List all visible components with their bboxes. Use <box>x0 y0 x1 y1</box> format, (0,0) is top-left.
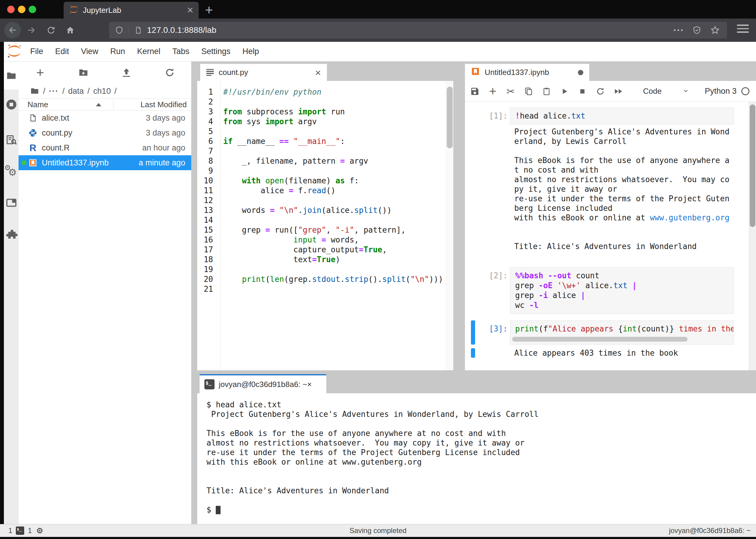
active-output-collapser[interactable] <box>471 348 475 358</box>
menu-tabs[interactable]: Tabs <box>172 46 190 57</box>
cut-cells-button[interactable]: ✂ <box>505 85 516 98</box>
active-cell-collapser[interactable] <box>471 320 475 345</box>
name-column-header[interactable]: Name <box>19 99 114 110</box>
forward-button[interactable] <box>25 24 38 37</box>
folder-icon <box>6 70 17 82</box>
page-actions-icon[interactable] <box>673 28 683 32</box>
breadcrumb-segment-data[interactable]: data <box>68 87 84 96</box>
reload-button[interactable] <box>45 24 57 37</box>
file-row-count-r[interactable]: R count.R an hour ago <box>19 140 191 155</box>
cell-2-input[interactable]: %%bash --out countgrep -oE '\w+' alice.t… <box>510 267 734 314</box>
editor-scrollbar-thumb[interactable] <box>447 87 453 148</box>
chevron-down-icon[interactable] <box>682 87 690 96</box>
cell-1-input[interactable]: !head alice.txt <box>510 108 734 124</box>
notebook-tab-untitled1337[interactable]: Untitled1337.ipynb <box>465 64 589 81</box>
new-folder-button[interactable] <box>62 67 105 78</box>
notebook-cell-1[interactable]: [1]: !head alice.txt <box>465 108 756 124</box>
file-browser-tab[interactable] <box>6 70 17 83</box>
cell-type-dropdown[interactable]: Code <box>643 87 662 96</box>
notebook-dirty-indicator[interactable] <box>578 70 583 75</box>
back-button[interactable] <box>4 22 21 38</box>
kernel-status-icon[interactable] <box>741 87 749 95</box>
run-cell-button[interactable] <box>559 85 570 98</box>
menu-edit[interactable]: Edit <box>55 46 70 57</box>
save-button[interactable] <box>469 85 480 98</box>
new-launcher-button[interactable]: + <box>19 66 62 79</box>
browser-tab-close-icon[interactable]: × <box>187 5 193 16</box>
new-tab-button[interactable]: + <box>205 2 213 17</box>
editor-code[interactable]: #!/usr/bin/env python from subprocess im… <box>220 81 453 370</box>
fast-forward-icon <box>613 86 623 97</box>
screen: JupyterLab × + 127.0.0.1:8888/lab <box>0 0 756 539</box>
editor-tab-label: count.py <box>219 68 248 77</box>
interrupt-kernel-button[interactable] <box>577 85 588 98</box>
cell-collapser[interactable] <box>471 267 475 314</box>
copy-cells-button[interactable] <box>523 85 534 98</box>
terminal-tab[interactable]: $_ jovyan@f0c36d91b8a6: ~ × <box>200 374 326 393</box>
paste-cells-button[interactable] <box>541 85 552 98</box>
tracking-shield-icon[interactable] <box>115 26 124 35</box>
menu-button[interactable] <box>737 25 749 33</box>
extension-manager-tab[interactable] <box>5 228 18 242</box>
page-icon <box>134 26 142 35</box>
notebook-cell-3[interactable]: [3]: print(f"Alice appears {int(count)} … <box>465 320 756 345</box>
property-inspector-tab[interactable]: ⚙⚙ <box>5 165 18 179</box>
cell-collapser[interactable] <box>471 108 475 124</box>
window-close-button[interactable] <box>7 6 15 13</box>
notebook-scrollbar-thumb[interactable] <box>750 105 755 227</box>
browser-tab[interactable]: JupyterLab × <box>64 2 199 19</box>
modified-column-header[interactable]: Last Modified <box>114 100 191 109</box>
menu-kernel[interactable]: Kernel <box>136 46 161 57</box>
file-row-count-py[interactable]: count.py 3 days ago <box>19 125 191 140</box>
menu-view[interactable]: View <box>80 46 99 57</box>
running-sessions-tab[interactable] <box>5 99 17 112</box>
cell-3-hscrollbar-thumb[interactable] <box>512 337 688 342</box>
url-text[interactable]: 127.0.0.1:8888/lab <box>147 25 216 35</box>
window-zoom-button[interactable] <box>29 6 36 13</box>
insert-cell-button[interactable]: + <box>487 85 498 98</box>
editor-gutter: 123456789101112131415161718192021 <box>197 81 220 370</box>
url-bar[interactable]: 127.0.0.1:8888/lab <box>109 22 727 38</box>
restart-kernel-button[interactable] <box>595 85 606 98</box>
editor-tab-close-icon[interactable]: × <box>315 68 321 77</box>
window-minimize-button[interactable] <box>18 6 25 13</box>
home-button[interactable] <box>64 24 76 37</box>
file-row-untitled1337-ipynb[interactable]: Untitled1337.ipynb a minute ago <box>19 155 191 170</box>
cell-1-prompt: [1]: <box>475 108 510 124</box>
editor-panel: 123456789101112131415161718192021 #!/usr… <box>197 81 453 370</box>
editor-tab-count-py[interactable]: count.py × <box>200 64 327 81</box>
bookmark-star-icon[interactable] <box>710 25 720 35</box>
notebook-scrollbar[interactable] <box>749 102 756 370</box>
cell-3-input[interactable]: print(f"Alice appears {int(count)} times… <box>510 320 734 345</box>
sort-arrow-icon <box>96 103 101 106</box>
command-palette-tab[interactable] <box>5 134 17 147</box>
menu-settings[interactable]: Settings <box>201 46 231 57</box>
kernel-name[interactable]: Python 3 <box>705 87 736 96</box>
terminal-content[interactable]: $ head alice.txt Project Gutenberg's Ali… <box>197 393 756 524</box>
terminal-tab-close-icon[interactable]: × <box>307 380 312 389</box>
file-row-alice-txt[interactable]: alice.txt 3 days ago <box>19 111 191 125</box>
breadcrumb-sep: / <box>115 87 117 96</box>
browser-titlebar: JupyterLab × + <box>0 0 756 19</box>
home-icon <box>65 25 75 35</box>
menu-file[interactable]: File <box>30 46 44 57</box>
notebook-icon <box>471 67 480 78</box>
refresh-button[interactable] <box>148 67 192 78</box>
protections-shield-icon[interactable] <box>692 25 701 35</box>
notebook-content[interactable]: [1]: !head alice.txt Project Gutenberg's… <box>465 102 756 370</box>
scissors-icon: ✂ <box>507 85 515 97</box>
breadcrumb-ellipsis[interactable]: ··· <box>49 87 59 96</box>
output-collapser[interactable] <box>471 127 475 251</box>
breadcrumb-sep: / <box>88 87 90 96</box>
notebook-cell-2[interactable]: [2]: %%bash --out countgrep -oE '\w+' al… <box>465 267 756 314</box>
restart-run-all-button[interactable] <box>613 85 624 98</box>
home-folder-icon[interactable] <box>30 86 40 96</box>
menu-help[interactable]: Help <box>242 46 260 57</box>
editor-scrollbar[interactable] <box>446 81 453 370</box>
cell-3-hscrollbar[interactable] <box>512 337 729 342</box>
upload-button[interactable] <box>105 67 148 78</box>
breadc rumb-segment-ch10[interactable]: ch10 <box>93 87 111 96</box>
open-tabs-tab[interactable] <box>5 197 17 210</box>
session-label[interactable]: jovyan@f0c36d91b8a6: ~ <box>669 526 751 535</box>
menu-run[interactable]: Run <box>110 46 126 57</box>
